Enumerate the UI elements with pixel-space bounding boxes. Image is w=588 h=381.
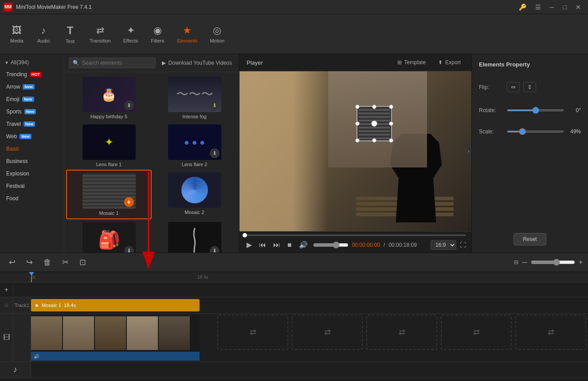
mosaic-clip[interactable]: ★ Mosaic 1 18.4s	[31, 299, 200, 311]
export-icon: ⬆	[438, 59, 443, 66]
resize-handle-tr[interactable]	[389, 105, 393, 109]
progress-thumb[interactable]	[243, 233, 247, 237]
transition-slot-2[interactable]: ⇄	[292, 315, 363, 350]
toolbar-item-elements[interactable]: ★ Elements	[171, 22, 204, 46]
download-smoke[interactable]: ⬇	[210, 246, 220, 253]
rotate-value: 0°	[568, 107, 581, 113]
redo-button[interactable]: ↪	[23, 256, 36, 269]
volume-slider[interactable]	[313, 241, 349, 249]
zoom-out-button[interactable]: ─	[522, 258, 527, 266]
toolbar-item-transition[interactable]: ⇄ Transition	[83, 22, 117, 46]
transition-slot-3[interactable]: ⇄	[366, 315, 437, 350]
sidebar-item-basic[interactable]: Basic	[0, 143, 64, 155]
resize-handle-tl[interactable]	[355, 105, 360, 109]
mosaic-overlay[interactable]	[357, 106, 392, 141]
play-button[interactable]: ▶	[245, 240, 254, 250]
collapse-panel-button[interactable]: ›	[466, 143, 471, 160]
element-card-mosaic-2[interactable]: Mosaic 2	[152, 170, 237, 219]
timeline: 0s 18.4s + ☆ Track1 ★ Mosaic 1 1	[0, 272, 588, 381]
download-lens-flare-2[interactable]: ⬇	[210, 148, 220, 158]
close-button[interactable]: ✕	[572, 3, 584, 12]
video-clip[interactable]	[31, 315, 200, 351]
element-card-smoke[interactable]: ⬇	[152, 219, 237, 253]
zoom-in-button[interactable]: +	[579, 258, 583, 266]
sidebar-item-emoji[interactable]: Emoji New	[0, 93, 64, 105]
audio-icon-small: 🔊	[34, 354, 39, 359]
sidebar-item-trending[interactable]: Trending HOT	[0, 68, 64, 81]
time-current: 00:00:00:00	[352, 242, 380, 248]
element-thumb-mosaic-1: +	[82, 173, 136, 209]
flip-row: Flip: ⇔ ⇕	[479, 82, 581, 92]
download-happy-birthday-5[interactable]: ⬇	[124, 101, 134, 110]
audio-icon: ♪	[41, 25, 46, 36]
transition-slot-5[interactable]: ⇄	[515, 315, 586, 350]
toolbar-item-motion[interactable]: ◎ Motion	[204, 22, 231, 46]
volume-button[interactable]: 🔊	[297, 240, 310, 250]
sidebar-item-food[interactable]: Food	[0, 192, 64, 205]
sidebar-item-business[interactable]: Business	[0, 155, 64, 167]
properties-title: Elements Property	[479, 61, 581, 68]
stop-button[interactable]: ■	[286, 240, 294, 250]
download-youtube-button[interactable]: ▶ Download YouTube Videos	[159, 58, 235, 68]
menu-icon[interactable]: ☰	[532, 3, 545, 12]
element-card-intense-fog[interactable]: 〜〜〜 ⬇ Intense fog	[152, 74, 237, 122]
youtube-icon: ▶	[162, 60, 166, 66]
sidebar-item-sports[interactable]: Sports New	[0, 105, 64, 118]
fullscreen-button[interactable]: ⛶	[460, 241, 466, 249]
download-backpack[interactable]: ⬇	[124, 246, 134, 253]
element-card-happy-birthday-5[interactable]: 🎂 ⬇ Happy birthday 5	[66, 74, 152, 122]
next-frame-button[interactable]: ⏭	[271, 240, 282, 250]
export-button[interactable]: ⬆ Export	[435, 58, 464, 67]
resize-handle-lm[interactable]	[355, 121, 360, 126]
flip-horizontal-button[interactable]: ⇔	[507, 82, 520, 92]
app-icon: MM	[4, 3, 12, 12]
toolbar-item-effects[interactable]: ✦ Effects	[117, 22, 144, 46]
resize-handle-bl[interactable]	[355, 138, 360, 143]
undo-button[interactable]: ↩	[5, 256, 19, 269]
resize-handle-br[interactable]	[389, 138, 393, 143]
flip-vertical-button[interactable]: ⇕	[523, 82, 536, 92]
element-card-lens-flare-1[interactable]: ✦ Lens flare 1	[66, 122, 152, 170]
download-intense-fog[interactable]: ⬇	[210, 101, 220, 110]
sidebar-item-web[interactable]: Web New	[0, 130, 64, 143]
sidebar-item-arrow[interactable]: Arrow New	[0, 81, 64, 93]
toolbar-item-filters[interactable]: ◉ Filters	[144, 22, 171, 46]
toolbar-item-text[interactable]: T Text	[57, 22, 83, 47]
sidebar-item-explosion[interactable]: Explosion	[0, 167, 64, 180]
rotate-slider[interactable]	[507, 109, 564, 111]
sidebar-item-travel[interactable]: Travel New	[0, 118, 64, 130]
media-icon: 🖼	[12, 25, 22, 36]
player-video: ›	[239, 71, 471, 231]
transition-slot-4[interactable]: ⇄	[441, 315, 512, 350]
element-card-backpack[interactable]: 🎒 ⬇	[66, 219, 152, 253]
scale-slider[interactable]	[507, 131, 564, 132]
toolbar-item-media[interactable]: 🖼 Media	[4, 22, 30, 46]
progress-bar[interactable]	[245, 234, 466, 236]
resize-handle-rm[interactable]	[389, 121, 393, 126]
cut-button[interactable]: ✂	[59, 256, 72, 269]
transition-slot-1[interactable]: ⇄	[217, 315, 288, 350]
crop-button[interactable]: ⊡	[76, 256, 90, 269]
resize-handle-tm[interactable]	[372, 105, 376, 109]
add-track-button[interactable]: +	[0, 284, 13, 296]
split-icon: ⊟	[514, 259, 518, 265]
badge-new-sports: New	[24, 109, 36, 114]
center-handle[interactable]	[371, 121, 377, 127]
add-mosaic-1-button[interactable]: +	[124, 197, 134, 207]
minimize-button[interactable]: ─	[546, 3, 558, 12]
reset-button[interactable]: Reset	[514, 233, 546, 245]
delete-button[interactable]: 🗑	[40, 256, 55, 269]
zoom-slider[interactable]	[531, 259, 575, 266]
key-icon[interactable]: 🔑	[515, 3, 530, 12]
toolbar-item-audio[interactable]: ♪ Audio	[30, 22, 57, 46]
resize-handle-bm[interactable]	[372, 138, 376, 143]
sidebar-item-festival[interactable]: Festival	[0, 180, 64, 192]
search-input[interactable]	[82, 60, 152, 66]
prev-frame-button[interactable]: ⏮	[257, 240, 268, 250]
aspect-ratio-select[interactable]: 16:9 9:16 1:1 4:3	[431, 240, 456, 250]
element-card-lens-flare-2[interactable]: ● ● ● ⬇ Lens flare 2	[152, 122, 237, 170]
maximize-button[interactable]: □	[560, 3, 570, 12]
template-button[interactable]: ⊞ Template	[394, 58, 430, 67]
sidebar-all-header[interactable]: ▼ All(394)	[0, 57, 64, 68]
element-card-mosaic-1[interactable]: + Mosaic 1	[66, 170, 152, 219]
